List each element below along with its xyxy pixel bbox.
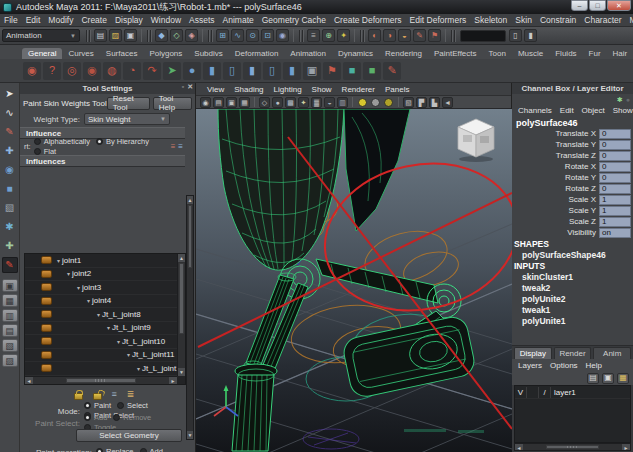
input-connections-icon[interactable]: ≡: [307, 29, 320, 42]
shelf-tab-curves[interactable]: Curves: [62, 48, 99, 59]
radio-replace[interactable]: Replace: [96, 447, 134, 452]
universal-manipulator-icon[interactable]: ▧: [2, 200, 18, 216]
select-hierarchy-icon[interactable]: ◆: [155, 29, 168, 42]
auto-key-icon[interactable]: ✦: [337, 29, 350, 42]
attribute-value-field[interactable]: 1: [599, 195, 631, 205]
shelf-lattice-icon[interactable]: ▯: [223, 62, 241, 80]
tool-settings-vertical-scrollbar[interactable]: ▲ ▼: [186, 195, 194, 440]
viewport-menu-view[interactable]: View: [202, 85, 229, 94]
layer-tab-display[interactable]: Display: [514, 347, 552, 359]
layer-display-mode-toggle[interactable]: /: [539, 387, 551, 398]
scroll-right-icon[interactable]: ►: [622, 444, 630, 450]
shelf-tab-deformation[interactable]: Deformation: [229, 48, 285, 59]
sort-down-icon[interactable]: ≡: [178, 143, 183, 151]
layer-menu-layers[interactable]: Layers: [514, 361, 546, 370]
select-component-icon[interactable]: ◈: [185, 29, 198, 42]
attribute-value-field[interactable]: 0: [599, 129, 631, 139]
open-scene-icon[interactable]: ▨: [109, 29, 122, 42]
influence-item-joint2[interactable]: ▾joint2: [25, 268, 177, 282]
screen-ao-icon[interactable]: ◒: [324, 97, 335, 108]
shelf-cluster-icon[interactable]: ▮: [203, 62, 221, 80]
channel-menu-show[interactable]: Show: [609, 106, 633, 115]
sidebar-attr-editor-icon[interactable]: ▯: [509, 29, 522, 42]
tool-settings-title-bar[interactable]: Tool Settings ▫ ✕: [20, 83, 195, 94]
shelf-tab-fluids[interactable]: Fluids: [549, 48, 582, 59]
window-title-bar[interactable]: Autodesk Maya 2011: F:\Maya2011\练习\Robot…: [0, 0, 633, 14]
sidebar-channel-box-icon[interactable]: ▮: [524, 29, 537, 42]
shaded-icon[interactable]: ●: [272, 97, 283, 108]
lock-open-icon[interactable]: [93, 393, 102, 400]
shelf-tab-animation[interactable]: Animation: [284, 48, 332, 59]
group-grip[interactable]: [208, 30, 213, 42]
shelf-tab-fur[interactable]: Fur: [583, 48, 607, 59]
menu-create[interactable]: Create: [77, 15, 111, 25]
menu-geometry-cache[interactable]: Geometry Cache: [258, 15, 330, 25]
attribute-value-field[interactable]: 0: [599, 162, 631, 172]
influence-item-joint1[interactable]: ▾joint1: [25, 254, 177, 268]
show-manipulator-icon[interactable]: ✚: [2, 238, 18, 254]
layer-tab-anim[interactable]: Anim: [593, 347, 631, 359]
close-button[interactable]: ✕: [607, 0, 631, 11]
group-grip[interactable]: [360, 30, 365, 42]
menu-character[interactable]: Character: [580, 15, 625, 25]
shelf-tab-polygons[interactable]: Polygons: [143, 48, 188, 59]
expand-caret-icon[interactable]: ▾: [127, 351, 130, 358]
group-grip[interactable]: [86, 30, 91, 42]
construction-history-icon[interactable]: ⊕: [322, 29, 335, 42]
shelf-tab-rendering[interactable]: Rendering: [379, 48, 428, 59]
snap-plane-icon[interactable]: ⊡: [261, 29, 274, 42]
menu-file[interactable]: File: [0, 15, 22, 25]
layer-horizontal-scrollbar[interactable]: ◄ ►: [514, 443, 631, 451]
layout-hypergraph-icon[interactable]: ▧: [2, 339, 18, 352]
scroll-down-icon[interactable]: ▼: [187, 431, 193, 439]
menu-muscle[interactable]: Muscle: [626, 15, 633, 25]
shelf-cube-teal-icon[interactable]: ■: [343, 62, 361, 80]
shelf-cylinder-icon[interactable]: ▯: [263, 62, 281, 80]
textured-icon[interactable]: ▩: [285, 97, 296, 108]
maximize-button[interactable]: □: [589, 0, 606, 11]
shelf-tab-general[interactable]: General: [22, 48, 62, 59]
menu-skeleton[interactable]: Skeleton: [470, 15, 511, 25]
expand-caret-icon[interactable]: ▾: [77, 284, 80, 291]
radio-flat[interactable]: Flat: [34, 147, 57, 156]
menu-edit-deformers[interactable]: Edit Deformers: [406, 15, 471, 25]
shadows-icon[interactable]: ▓: [311, 97, 322, 108]
layer-tab-render[interactable]: Render: [554, 347, 592, 359]
list-detail-icon[interactable]: ≣: [127, 390, 135, 399]
shelf-sphere-icon[interactable]: ●: [183, 62, 201, 80]
shelf-tab-subdivs[interactable]: Subdivs: [188, 48, 228, 59]
influences-section-header[interactable]: Influences: [20, 155, 185, 167]
channel-box-title-bar[interactable]: Channel Box / Layer Editor: [512, 83, 633, 94]
attribute-value-field[interactable]: 0: [599, 173, 631, 183]
shelf-tab-hair[interactable]: Hair: [607, 48, 633, 59]
group-grip[interactable]: [451, 30, 456, 42]
ipr-render-icon[interactable]: ◑: [383, 29, 396, 42]
new-empty-layer-icon[interactable]: ▣: [602, 373, 614, 384]
menu-skin[interactable]: Skin: [511, 15, 536, 25]
make-live-icon[interactable]: ◉: [276, 29, 289, 42]
shelf-playback-icon[interactable]: ➤: [163, 62, 181, 80]
scroll-up-icon[interactable]: ▲: [178, 254, 185, 262]
layout-split-icon[interactable]: ▤: [2, 324, 18, 337]
menu-assets[interactable]: Assets: [185, 15, 219, 25]
shelf-help-icon[interactable]: ?: [43, 62, 61, 80]
xray-icon[interactable]: ▛: [416, 97, 427, 108]
layer-menu-help[interactable]: Help: [582, 361, 606, 370]
menu-set-selector[interactable]: Animation ▼: [2, 29, 80, 42]
shelf-flag-icon[interactable]: ⚑: [323, 62, 341, 80]
snap-curve-icon[interactable]: ∿: [231, 29, 244, 42]
isolate-select-icon[interactable]: ▧: [403, 97, 414, 108]
menu-modify[interactable]: Modify: [44, 15, 77, 25]
attribute-value-field[interactable]: 0: [599, 184, 631, 194]
layer-name[interactable]: layer1: [551, 388, 576, 397]
scale-tool-icon[interactable]: ■: [2, 181, 18, 197]
influence-item-joint4[interactable]: ▾joint4: [25, 295, 177, 309]
snap-grid-icon[interactable]: ⊞: [216, 29, 229, 42]
layer-playback-toggle[interactable]: [527, 387, 539, 398]
attribute-value-field[interactable]: 1: [599, 206, 631, 216]
channel-sliders-icon[interactable]: ✱: [617, 96, 623, 103]
input-node-polyunite2[interactable]: polyUnite2: [512, 293, 633, 304]
shelf-tab-painteffects[interactable]: PaintEffects: [428, 48, 483, 59]
group-grip[interactable]: [299, 30, 304, 42]
shelf-tab-toon[interactable]: Toon: [483, 48, 512, 59]
